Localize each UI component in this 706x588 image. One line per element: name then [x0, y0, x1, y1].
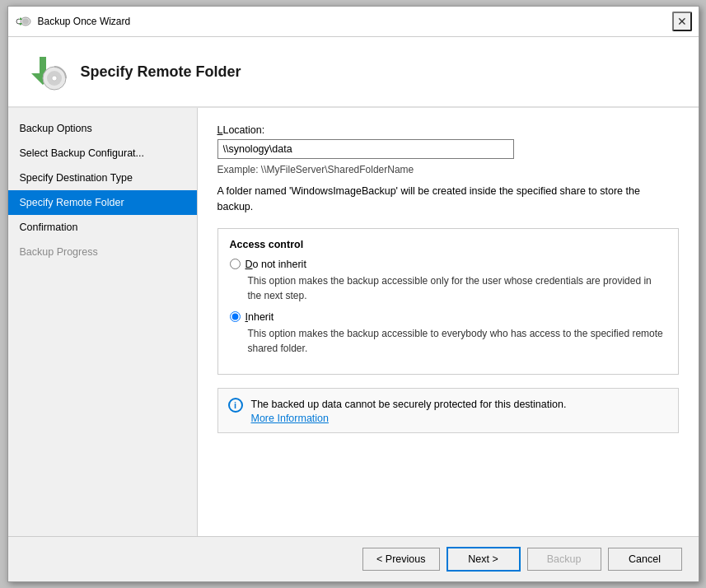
sidebar-item-backup-progress: Backup Progress — [8, 240, 197, 264]
title-bar-text: Backup Once Wizard — [38, 16, 672, 27]
sidebar-item-specify-remote-folder[interactable]: Specify Remote Folder — [8, 190, 197, 215]
info-icon: i — [228, 398, 243, 413]
sidebar-item-backup-options[interactable]: Backup Options — [8, 116, 197, 141]
radio-option-do-not-inherit: Do not inherit This option makes the bac… — [230, 259, 666, 303]
info-text: A folder named 'WindowsImageBackup' will… — [217, 184, 679, 215]
wizard-header: Specify Remote Folder — [8, 37, 699, 108]
sidebar-item-select-backup-config[interactable]: Select Backup Configurat... — [8, 141, 197, 166]
example-text: Example: \\MyFileServer\SharedFolderName — [217, 164, 679, 175]
backup-button: Backup — [527, 548, 601, 571]
page-title: Specify Remote Folder — [81, 63, 241, 81]
content-area: LLocation: Example: \\MyFileServer\Share… — [198, 108, 699, 536]
access-control-title: Access control — [230, 239, 666, 250]
cancel-button[interactable]: Cancel — [608, 548, 682, 571]
sidebar-item-specify-destination-type[interactable]: Specify Destination Type — [8, 166, 197, 190]
radio-inherit[interactable] — [230, 311, 241, 322]
sidebar: Backup OptionsSelect Backup Configurat..… — [8, 108, 198, 536]
radio-desc-do-not-inherit: This option makes the backup accessible … — [248, 273, 666, 303]
access-control-group: Access control Do not inherit This optio… — [217, 228, 679, 375]
radio-label-inherit[interactable]: Inherit — [245, 311, 274, 323]
svg-point-4 — [52, 76, 57, 81]
sidebar-item-confirmation[interactable]: Confirmation — [8, 215, 197, 240]
previous-button[interactable]: < Previous — [362, 548, 439, 571]
warning-box: i The backed up data cannot be securely … — [217, 388, 679, 434]
close-button[interactable]: ✕ — [672, 12, 692, 31]
app-icon — [15, 13, 31, 30]
next-button[interactable]: Next > — [447, 547, 521, 572]
location-label: LLocation: — [217, 124, 679, 136]
radio-option-inherit: Inherit This option makes the backup acc… — [230, 311, 666, 356]
svg-point-1 — [22, 19, 29, 25]
radio-do-not-inherit[interactable] — [230, 259, 241, 269]
title-bar: Backup Once Wizard ✕ — [8, 7, 699, 37]
wizard-body: Backup OptionsSelect Backup Configurat..… — [8, 108, 699, 536]
header-icon — [25, 50, 68, 93]
main-window: Backup Once Wizard ✕ Specify Remote Fold… — [7, 6, 699, 582]
footer: < Previous Next > Backup Cancel — [8, 536, 699, 581]
more-information-link[interactable]: More Information — [251, 413, 329, 424]
warning-text: The backed up data cannot be securely pr… — [251, 397, 567, 413]
location-input[interactable] — [217, 139, 514, 159]
radio-desc-inherit: This option makes the backup accessible … — [248, 326, 666, 356]
radio-label-do-not-inherit[interactable]: Do not inherit — [245, 259, 306, 270]
